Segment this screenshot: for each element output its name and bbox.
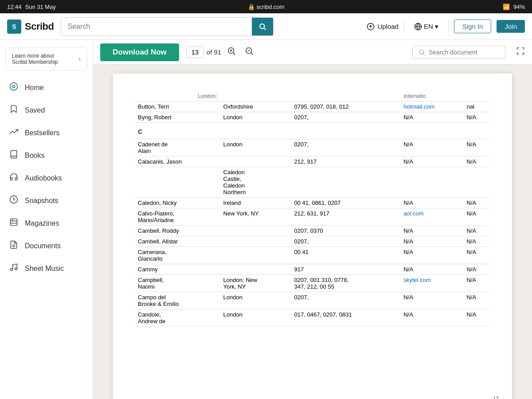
time: 12:44 [7,4,22,10]
svg-point-6 [10,83,18,90]
page-total: of 91 [207,48,221,56]
sidebar-documents-label: Documents [25,242,61,250]
table-row: London; Internatio [135,91,490,102]
sidebar-item-documents[interactable]: Documents [0,235,93,257]
doc-viewer[interactable]: London; Internatio Button, Terri Oxfords… [93,65,532,399]
table-row: Calvo-Piatero,Mario/Arladne New York, NY… [135,208,490,226]
sidebar-item-bestsellers[interactable]: Bestsellers [0,121,93,144]
table-row: Cambell, Roddy 0207, 0370 N/A N/A [135,226,490,236]
battery: 94% [513,4,525,10]
nav-right: Upload EN ▾ Sign In Join [367,20,525,33]
audiobooks-icon [9,172,19,184]
search-document-input[interactable] [429,49,500,56]
status-bar-center: 🔒 scribd.com [248,4,285,10]
search-input[interactable] [61,19,252,34]
wifi-icon: 📶 [503,4,510,10]
books-icon [9,150,19,161]
membership-line1: Learn more about [12,53,58,59]
search-button[interactable] [252,18,273,35]
documents-icon [9,240,19,251]
upload-button[interactable]: Upload [367,23,399,31]
zoom-in-button[interactable] [224,44,239,60]
section-row: C [135,123,490,139]
svg-line-22 [251,53,253,55]
email-link[interactable]: hotmail.com [403,103,434,110]
table-row: CaledonCastle,CaledonNorthern [135,167,490,198]
bestsellers-icon [9,127,19,138]
svg-line-1 [264,28,266,30]
main-layout: Learn more about Scribd Membership › Hom… [0,40,532,399]
table-row: Button, Terri Oxfordshire 0795, 0207, 01… [135,102,490,112]
chevron-down-icon: ▾ [435,23,438,31]
join-button[interactable]: Join [497,20,525,33]
sidebar-item-snapshots[interactable]: Snapshots [0,189,93,212]
home-icon [9,82,19,93]
search-container [61,17,274,36]
table-row: Cambell, Alistar 0207, N/A N/A [135,236,490,247]
svg-rect-9 [11,219,17,226]
saved-icon [9,105,19,116]
membership-line2: Scribd Membership [12,59,58,65]
table-row: Campo delBrooke & Emilio London 0207, N/… [135,292,490,309]
email-link-2[interactable]: aol.com [403,210,424,217]
sheetmusic-icon [9,263,19,274]
membership-text: Learn more about Scribd Membership [12,53,58,65]
sidebar-item-saved[interactable]: Saved [0,99,93,121]
status-bar: 12:44 Sun 31 May 🔒 scribd.com 📶 94% [0,0,532,13]
table-row: Byng, Robert London 0207, N/A N/A [135,112,490,123]
logo[interactable]: S Scribd [7,20,54,34]
download-button[interactable]: Download Now [100,43,179,61]
divider2 [448,20,449,33]
upload-label: Upload [377,23,399,30]
svg-point-16 [15,268,17,270]
lang-label: EN [424,23,433,30]
table-row: Candole,Andrew de London 017, 0467, 0207… [135,309,490,327]
content-area: Download Now of 91 [93,40,532,399]
divider [404,20,404,33]
membership-banner[interactable]: Learn more about Scribd Membership › [5,47,87,71]
url: scribd.com [257,4,285,10]
signin-button[interactable]: Sign In [454,20,492,33]
zoom-out-button[interactable] [242,44,257,60]
sidebar-sheetmusic-label: Sheet Music [25,265,64,273]
logo-text: Scribd [25,21,54,32]
fullscreen-button[interactable] [516,47,525,58]
date: Sun 31 May [25,4,56,10]
snapshots-icon [9,195,19,206]
sidebar-item-home[interactable]: Home [0,76,93,99]
svg-line-25 [423,54,425,55]
status-bar-right: 📶 94% [503,4,525,10]
page-input[interactable] [186,46,204,58]
sidebar-magazines-label: Magazines [25,219,59,227]
status-bar-left: 12:44 Sun 31 May [7,4,56,10]
sidebar-item-sheetmusic[interactable]: Sheet Music [0,257,93,280]
sidebar-item-audiobooks[interactable]: Audiobooks [0,167,93,189]
sidebar: Learn more about Scribd Membership › Hom… [0,40,93,399]
doc-toolbar: Download Now of 91 [93,40,532,65]
top-nav: S Scribd Upload EN ▾ Sign In Join [0,13,532,40]
table-row: Campbell,Naomi London; NewYork, NY 0207,… [135,275,490,292]
doc-page: London; Internatio Button, Terri Oxfords… [113,74,512,399]
table-row: Calacanis, Jason 212, 917 N/A N/A [135,156,490,167]
lock-icon: 🔒 [248,4,255,10]
table-row: Cammy 917 N/A N/A [135,264,490,275]
logo-icon: S [7,20,21,34]
page-number-bottom: 13 [493,395,499,399]
sidebar-audiobooks-label: Audiobooks [25,174,62,182]
sidebar-snapshots-label: Snapshots [25,197,59,205]
svg-line-18 [233,53,235,55]
sidebar-home-label: Home [25,84,44,92]
sidebar-item-books[interactable]: Books [0,144,93,167]
table-row: Cadenet deAlain London 0207, N/A N/A [135,139,490,156]
svg-point-24 [419,50,423,54]
language-button[interactable]: EN ▾ [410,20,443,33]
sidebar-nav: Home Saved Bestsellers Books [0,76,93,280]
membership-chevron-icon: › [78,55,81,63]
table-row: Caledon, Nicky Ireland 00 41, 0861, 0207… [135,198,490,208]
table-row: Camerana,Glancarlo 00 41 N/A N/A [135,247,490,264]
email-link-3[interactable]: skytel.com [403,277,430,283]
sidebar-books-label: Books [25,152,44,160]
sidebar-item-magazines[interactable]: Magazines [0,212,93,235]
sidebar-saved-label: Saved [25,106,45,114]
document-table: London; Internatio Button, Terri Oxfords… [135,91,490,327]
